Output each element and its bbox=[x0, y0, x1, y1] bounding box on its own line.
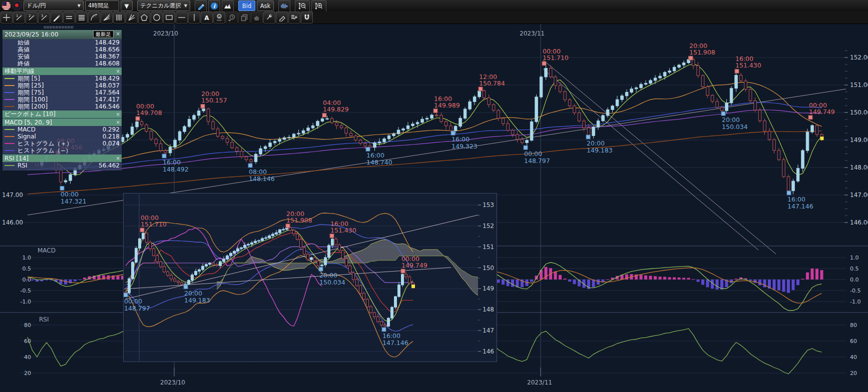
svg-text:146.00: 146.00 bbox=[2, 219, 23, 226]
low-value: 148.367 bbox=[90, 53, 120, 60]
ellipse-tool[interactable] bbox=[151, 12, 163, 24]
chart-type-button[interactable] bbox=[222, 0, 234, 12]
svg-text:146: 146 bbox=[483, 348, 494, 355]
arc-tool[interactable] bbox=[88, 12, 100, 24]
svg-text:2023/11: 2023/11 bbox=[527, 379, 552, 386]
mountain-chart-icon bbox=[224, 2, 232, 10]
technical-select-label: テクニカル選択 bbox=[140, 2, 181, 10]
rectangle-icon bbox=[165, 14, 173, 22]
copy-icon bbox=[240, 14, 248, 22]
jp-flag-icon bbox=[13, 1, 22, 10]
icon-stamp-tool[interactable]: icon bbox=[213, 12, 225, 24]
trendline2-icon: 2 bbox=[28, 14, 36, 22]
indicator-info-panel: 2023/09/25 16:00 最新足 × 始値148.429 高値148.6… bbox=[3, 30, 122, 170]
svg-text:1.0: 1.0 bbox=[23, 254, 32, 261]
svg-text:151.710: 151.710 bbox=[141, 220, 167, 228]
svg-text:16:00: 16:00 bbox=[366, 152, 384, 159]
panel-datetime-header: 2023/09/25 16:00 最新足 × bbox=[3, 30, 122, 39]
close-value: 148.608 bbox=[90, 60, 120, 67]
info-button[interactable]: i bbox=[208, 0, 220, 12]
magnet-tool[interactable] bbox=[301, 12, 313, 24]
eraser-tool[interactable] bbox=[276, 12, 288, 24]
fan-lines-tool[interactable] bbox=[101, 12, 113, 24]
svg-text:0.5: 0.5 bbox=[850, 266, 859, 272]
rectangle-tool[interactable] bbox=[163, 12, 175, 24]
panel-drag-handle[interactable] bbox=[44, 26, 73, 28]
vertical-line-tool[interactable] bbox=[188, 12, 200, 24]
svg-text:80: 80 bbox=[850, 322, 857, 328]
close-icon[interactable]: × bbox=[116, 111, 120, 118]
svg-text:150.00: 150.00 bbox=[850, 109, 868, 116]
history-tool[interactable] bbox=[226, 12, 238, 24]
ask-button[interactable]: Ask bbox=[257, 0, 274, 11]
ma-row: 期間 [200]146.546 bbox=[3, 103, 122, 110]
close-icon[interactable]: × bbox=[116, 119, 120, 126]
bid-button[interactable]: Bid bbox=[238, 0, 255, 11]
inset-chart-window[interactable]: 15315215115014914814714600:00151.71020:0… bbox=[123, 193, 497, 362]
trendline3-tool[interactable]: 3 bbox=[38, 12, 50, 24]
technical-select-button[interactable]: テクニカル選択 ▼ bbox=[137, 0, 190, 11]
close-icon[interactable]: × bbox=[116, 155, 120, 162]
vertical-lines-tool[interactable] bbox=[113, 12, 125, 24]
svg-text:40: 40 bbox=[850, 354, 857, 360]
macd-row: ヒストグラム（−） bbox=[3, 147, 122, 154]
svg-text:148.146: 148.146 bbox=[249, 175, 275, 182]
info-icon: i bbox=[210, 2, 218, 10]
svg-text:08:00: 08:00 bbox=[249, 168, 267, 176]
wrench-tool[interactable] bbox=[263, 12, 275, 24]
tick-chart-button[interactable] bbox=[278, 0, 290, 12]
svg-text:151.00: 151.00 bbox=[850, 82, 868, 88]
pencil-icon bbox=[197, 2, 205, 10]
copy-tool[interactable] bbox=[238, 12, 250, 24]
svg-text:20:00: 20:00 bbox=[319, 272, 337, 279]
timeframe-label: 4時間足 bbox=[88, 2, 109, 10]
settings-wrench-tool[interactable] bbox=[288, 12, 300, 24]
close-icon[interactable]: × bbox=[116, 68, 120, 74]
svg-text:149.00: 149.00 bbox=[850, 136, 868, 144]
svg-text:150.034: 150.034 bbox=[722, 123, 748, 130]
timeframe-dropdown-button[interactable]: ▼ bbox=[121, 0, 133, 11]
svg-text:20:00: 20:00 bbox=[587, 140, 605, 147]
svg-text:-1.0: -1.0 bbox=[21, 298, 31, 305]
drawing-toolbar: 1 2 3 A icon bbox=[0, 12, 868, 24]
two-lines-icon bbox=[65, 14, 73, 22]
crosshair-tool[interactable] bbox=[1, 12, 13, 24]
rsi-section-header: RSI [14]× bbox=[3, 154, 122, 162]
zoom-in-button[interactable] bbox=[311, 0, 326, 12]
zoom-out-button[interactable] bbox=[295, 0, 310, 12]
open-value: 148.429 bbox=[90, 39, 120, 46]
svg-text:3: 3 bbox=[41, 14, 43, 18]
symbol-select[interactable]: ドル/円 ▼ bbox=[24, 0, 84, 11]
svg-text:148.797: 148.797 bbox=[124, 304, 150, 312]
svg-text:148: 148 bbox=[483, 306, 494, 313]
hlines4-tool[interactable] bbox=[76, 12, 88, 24]
svg-text:150.034: 150.034 bbox=[319, 278, 345, 286]
chevron-down-icon: ▼ bbox=[184, 4, 187, 8]
svg-text:2: 2 bbox=[29, 14, 31, 18]
svg-text:152.00: 152.00 bbox=[850, 54, 868, 61]
draw-pencil-button[interactable] bbox=[195, 0, 207, 12]
horizontal-line-tool[interactable] bbox=[176, 12, 188, 24]
pentagon-tool[interactable] bbox=[138, 12, 150, 24]
svg-text:149.989: 149.989 bbox=[434, 102, 460, 109]
wrench-list-icon bbox=[290, 14, 298, 22]
wrench-icon bbox=[265, 14, 273, 22]
macd-row: MACD0.292 bbox=[3, 126, 122, 133]
hlines2-tool[interactable] bbox=[63, 12, 75, 24]
text-tool[interactable]: A bbox=[201, 12, 213, 24]
inset-chart-canvas[interactable]: 15315215115014914814714600:00151.71020:0… bbox=[124, 194, 497, 362]
trendline2-tool[interactable]: 2 bbox=[26, 12, 38, 24]
gann-fan-tool[interactable] bbox=[126, 12, 138, 24]
hand-tool[interactable] bbox=[251, 12, 263, 24]
svg-text:0.5: 0.5 bbox=[23, 266, 32, 272]
close-icon[interactable]: × bbox=[116, 30, 120, 37]
latest-bar-button[interactable]: 最新足 bbox=[93, 30, 114, 38]
svg-text:icon: icon bbox=[217, 19, 221, 22]
svg-text:1: 1 bbox=[16, 14, 18, 18]
svg-text:151.430: 151.430 bbox=[330, 226, 356, 234]
chevron-down-icon: ▼ bbox=[78, 4, 81, 8]
timeframe-select[interactable]: 4時間足 bbox=[85, 0, 119, 11]
pencil-line-tool[interactable] bbox=[51, 12, 63, 24]
macd-section-header: MACD [5, 20, 9]× bbox=[3, 118, 122, 126]
trendline1-tool[interactable]: 1 bbox=[13, 12, 25, 24]
